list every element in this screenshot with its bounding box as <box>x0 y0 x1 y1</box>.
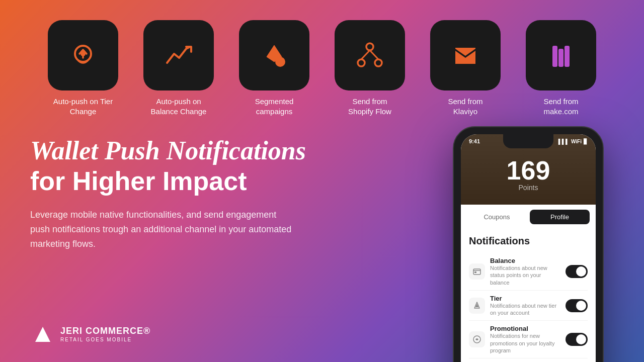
icon-box-tier <box>48 20 118 90</box>
toggle-tier[interactable] <box>566 299 588 312</box>
logo-text: JERI COMMERCE® RETAIL GOES MOBILE <box>60 326 150 343</box>
battery-icon: ▊ <box>584 139 588 144</box>
svg-point-2 <box>80 51 86 56</box>
notif-text-promo: Promotional Notifications for new promot… <box>490 325 560 354</box>
phone-inner: 9:41 ▌▌▌ WiFi ▊ 169 Points Coupons Profi… <box>461 134 596 362</box>
toggle-balance[interactable] <box>566 265 588 278</box>
icon-item-make: Send frommake.com <box>521 20 601 116</box>
brand-name: JERI COMMERCE® <box>60 326 150 337</box>
icon-label-tier: Auto-push on Tier Change <box>43 97 123 116</box>
svg-point-4 <box>275 57 285 67</box>
notif-desc-tier: Notifications about new tier on your acc… <box>490 302 560 317</box>
notif-text-balance: Balance Notifications about new status p… <box>490 257 560 286</box>
tagline: RETAIL GOES MOBILE <box>60 337 150 343</box>
icon-item-tier: Auto-push on Tier Change <box>43 20 123 116</box>
toggle-promo[interactable] <box>566 333 588 346</box>
phone-points: 169 <box>507 157 550 184</box>
icon-box-shopify <box>335 20 405 90</box>
notif-item-promo: Promotional Notifications for new promot… <box>469 321 588 358</box>
notif-text-tier: Tier Notifications about new tier on you… <box>490 295 560 317</box>
svg-point-6 <box>358 59 365 66</box>
svg-rect-15 <box>474 272 476 273</box>
phone-tabs: Coupons Profile <box>461 205 596 229</box>
notif-item-balance: Balance Notifications about new status p… <box>469 253 588 291</box>
icon-label-segmented: Segmentedcampaigns <box>255 97 294 116</box>
description: Leverage mobile native functionalities, … <box>30 208 292 251</box>
notif-name-tier: Tier <box>490 295 560 302</box>
icon-box-segmented <box>239 20 309 90</box>
phone-content: Notifications Balance Notific <box>461 229 596 362</box>
svg-rect-12 <box>565 46 570 67</box>
tab-coupons[interactable]: Coupons <box>467 210 527 224</box>
svg-rect-10 <box>552 46 557 67</box>
notif-name-balance: Balance <box>490 257 560 264</box>
icon-label-make: Send frommake.com <box>543 97 578 116</box>
tab-profile[interactable]: Profile <box>530 210 590 224</box>
svg-line-8 <box>361 50 370 59</box>
logo: JERI COMMERCE® RETAIL GOES MOBILE <box>30 322 150 347</box>
svg-point-5 <box>366 43 373 50</box>
notif-name-promo: Promotional <box>490 325 560 332</box>
notifications-title: Notifications <box>469 235 588 247</box>
notif-icon-balance <box>469 263 485 280</box>
headline-italic: Wallet Push Notifications <box>30 136 423 165</box>
logo-icon <box>30 322 55 347</box>
wifi-icon: WiFi <box>571 139 582 144</box>
notif-icon-tier <box>469 298 485 314</box>
icon-box-balance <box>143 20 214 90</box>
icon-item-balance: Auto-push onBalance Change <box>138 20 219 116</box>
headline-normal: for Higher Impact <box>30 167 423 196</box>
notif-icon-promo <box>469 331 485 347</box>
time: 9:41 <box>469 138 480 144</box>
status-icons: ▌▌▌ WiFi ▊ <box>558 138 588 144</box>
icon-item-klaviyo: Send fromKlaviyo <box>425 20 506 116</box>
icon-label-shopify: Send fromShopify Flow <box>348 97 391 116</box>
phone-wrapper: 9:41 ▌▌▌ WiFi ▊ 169 Points Coupons Profi… <box>443 126 614 362</box>
status-bar: 9:41 ▌▌▌ WiFi ▊ <box>461 138 596 144</box>
signal-icon: ▌▌▌ <box>558 139 569 144</box>
phone-points-label: Points <box>519 184 538 192</box>
icon-item-shopify: Send fromShopify Flow <box>330 20 410 116</box>
notif-desc-balance: Notifications about new status points on… <box>490 264 560 286</box>
icon-box-klaviyo <box>430 20 501 90</box>
icons-row: Auto-push on Tier Change Auto-push onBal… <box>0 0 644 126</box>
notif-item-tier: Tier Notifications about new tier on you… <box>469 291 588 321</box>
svg-line-9 <box>370 50 378 59</box>
icon-label-klaviyo: Send fromKlaviyo <box>448 97 482 116</box>
notif-item-location: Location Based Notifications based on th… <box>469 358 588 362</box>
icon-box-make <box>526 20 596 90</box>
phone-top-bar: 9:41 ▌▌▌ WiFi ▊ 169 Points <box>461 134 596 205</box>
phone-mockup: 9:41 ▌▌▌ WiFi ▊ 169 Points Coupons Profi… <box>453 126 604 362</box>
svg-rect-11 <box>558 49 564 67</box>
notif-desc-promo: Notifications for new promotions on your… <box>490 332 560 354</box>
icon-item-segmented: Segmentedcampaigns <box>234 20 314 116</box>
svg-point-7 <box>375 59 382 66</box>
icon-label-balance: Auto-push onBalance Change <box>151 97 207 116</box>
